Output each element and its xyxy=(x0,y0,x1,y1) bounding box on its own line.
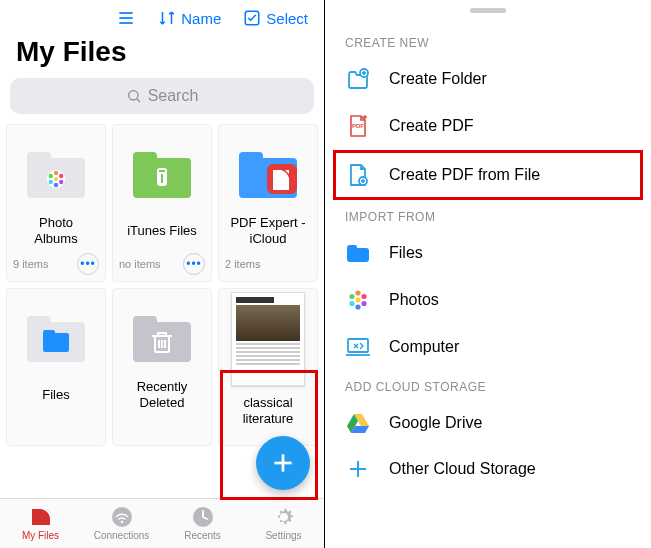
tab-my-files[interactable]: My Files xyxy=(0,499,81,548)
search-input[interactable]: Search xyxy=(10,78,314,114)
cell-label: Photo Albums xyxy=(30,213,81,249)
svg-line-5 xyxy=(137,99,140,102)
sort-label: Name xyxy=(181,10,221,27)
menu-label: Create PDF from File xyxy=(389,166,540,184)
svg-point-10 xyxy=(59,180,63,184)
svg-point-13 xyxy=(49,174,53,178)
folder-icon xyxy=(131,303,193,375)
search-icon xyxy=(126,88,142,104)
menu-label: Photos xyxy=(389,291,439,309)
svg-point-7 xyxy=(54,177,58,181)
svg-point-37 xyxy=(356,298,361,303)
svg-point-39 xyxy=(361,294,366,299)
cell-label: classical literature xyxy=(239,377,298,445)
folder-icon xyxy=(131,139,193,211)
cell-label: iTunes Files xyxy=(123,213,201,249)
menu-label: Other Cloud Storage xyxy=(389,460,536,478)
action-sheet: CREATE NEW Create Folder PDF Create PDF … xyxy=(325,0,651,548)
svg-point-42 xyxy=(349,301,354,306)
menu-import-photos[interactable]: Photos xyxy=(325,276,651,324)
svg-point-8 xyxy=(54,171,58,175)
menu-import-files[interactable]: Files xyxy=(325,230,651,276)
item-count: no items xyxy=(119,258,161,270)
menu-label: Computer xyxy=(389,338,459,356)
tab-settings[interactable]: Settings xyxy=(243,499,324,548)
section-header-import: IMPORT FROM xyxy=(325,200,651,230)
google-drive-icon xyxy=(345,412,371,434)
select-button[interactable]: Select xyxy=(243,9,308,27)
wifi-icon xyxy=(110,506,134,528)
plus-icon xyxy=(270,450,296,476)
menu-google-drive[interactable]: Google Drive xyxy=(325,400,651,446)
check-square-icon xyxy=(243,9,261,27)
add-button[interactable] xyxy=(256,436,310,490)
svg-point-41 xyxy=(355,304,360,309)
cell-label: Recently Deleted xyxy=(133,377,192,413)
plus-icon xyxy=(345,458,371,480)
folder-photo-albums[interactable]: Photo Albums 9 items ••• xyxy=(6,124,106,282)
tab-connections[interactable]: Connections xyxy=(81,499,162,548)
svg-rect-44 xyxy=(348,339,368,352)
sort-icon xyxy=(158,9,176,27)
tab-recents[interactable]: Recents xyxy=(162,499,243,548)
svg-point-26 xyxy=(120,521,123,524)
svg-point-25 xyxy=(112,507,132,527)
search-placeholder: Search xyxy=(148,87,199,105)
document-thumbnail xyxy=(231,303,305,375)
svg-point-9 xyxy=(59,174,63,178)
folder-plus-icon xyxy=(345,68,371,90)
tab-bar: My Files Connections Recents Settings xyxy=(0,498,324,548)
files-app-icon xyxy=(345,242,371,264)
pdf-icon: PDF xyxy=(345,114,371,138)
drag-handle[interactable] xyxy=(470,8,506,13)
view-toggle[interactable] xyxy=(116,8,136,28)
folder-files[interactable]: Files ••• xyxy=(6,288,106,446)
folder-itunes-files[interactable]: iTunes Files no items ••• xyxy=(112,124,212,282)
folder-pdf-expert-icloud[interactable]: PDF Expert - iCloud 2 items ••• xyxy=(218,124,318,282)
document-classical-literature[interactable]: classical literature xyxy=(218,288,318,446)
folder-icon xyxy=(237,139,299,211)
svg-point-11 xyxy=(54,183,58,187)
cell-label: Files xyxy=(38,377,73,413)
svg-text:PDF: PDF xyxy=(352,123,364,129)
svg-point-40 xyxy=(361,301,366,306)
top-toolbar: Name Select xyxy=(0,0,324,34)
menu-label: Files xyxy=(389,244,423,262)
svg-point-12 xyxy=(49,180,53,184)
page-title: My Files xyxy=(0,34,324,78)
gear-icon xyxy=(272,506,296,528)
list-icon xyxy=(116,8,136,28)
menu-label: Create PDF xyxy=(389,117,473,135)
svg-point-38 xyxy=(355,290,360,295)
menu-import-computer[interactable]: Computer xyxy=(325,324,651,370)
section-header-cloud: ADD CLOUD STORAGE xyxy=(325,370,651,400)
select-label: Select xyxy=(266,10,308,27)
cell-label: PDF Expert - iCloud xyxy=(226,213,309,249)
section-header-create: CREATE NEW xyxy=(325,26,651,56)
folder-recently-deleted[interactable]: Recently Deleted ••• xyxy=(112,288,212,446)
file-browser-pane: Name Select My Files Search Photo Albums… xyxy=(0,0,325,548)
tab-label: Connections xyxy=(94,530,150,541)
tab-label: Settings xyxy=(265,530,301,541)
folder-icon xyxy=(25,303,87,375)
menu-create-folder[interactable]: Create Folder xyxy=(325,56,651,102)
svg-point-43 xyxy=(349,294,354,299)
more-button[interactable]: ••• xyxy=(183,253,205,275)
sort-button[interactable]: Name xyxy=(158,9,221,27)
computer-icon xyxy=(345,336,371,358)
svg-rect-15 xyxy=(159,170,165,172)
menu-create-pdf-from-file[interactable]: Create PDF from File xyxy=(333,150,643,200)
folder-icon xyxy=(25,139,87,211)
tab-label: My Files xyxy=(22,530,59,541)
file-plus-icon xyxy=(345,163,371,187)
clock-icon xyxy=(191,506,215,528)
item-count: 2 items xyxy=(225,258,260,270)
document-icon xyxy=(29,506,53,528)
menu-create-pdf[interactable]: PDF Create PDF xyxy=(325,102,651,150)
photos-app-icon xyxy=(345,288,371,312)
item-count: 9 items xyxy=(13,258,48,270)
more-button[interactable]: ••• xyxy=(77,253,99,275)
svg-point-4 xyxy=(128,91,137,100)
menu-label: Google Drive xyxy=(389,414,482,432)
menu-other-cloud[interactable]: Other Cloud Storage xyxy=(325,446,651,492)
